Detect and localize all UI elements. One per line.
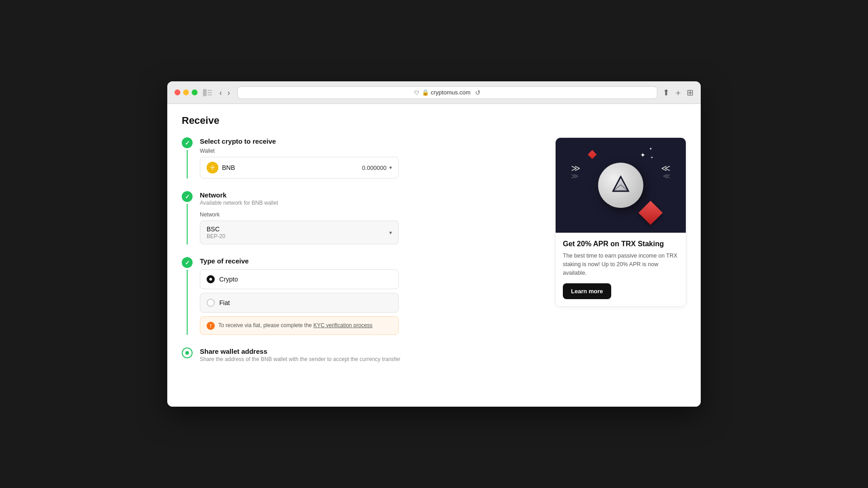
- browser-window: ‹ › 🛡 🔒 cryptomus.com ↺ ⬆ ＋ ⊞ Receive ✓: [167, 81, 701, 407]
- network-sub: BEP-20: [207, 233, 225, 239]
- step-3-content: Type of receive Crypto Fiat !: [200, 257, 541, 335]
- forward-button[interactable]: ›: [226, 88, 232, 98]
- step-1: ✓ Select crypto to receive Wallet: [182, 137, 541, 178]
- page-title: Receive: [182, 115, 686, 127]
- left-panel: ✓ Select crypto to receive Wallet: [182, 137, 541, 380]
- page-content: Receive ✓ Select crypto to receive Walle…: [167, 104, 701, 407]
- new-tab-icon[interactable]: ＋: [674, 89, 682, 97]
- promo-description: The best time to earn passive income on …: [563, 252, 679, 277]
- step-4-content: Share wallet address Share the address o…: [200, 347, 541, 368]
- bnb-icon: [207, 162, 218, 174]
- network-selector[interactable]: BSC BEP-20 ▾: [200, 221, 399, 244]
- step-3-indicator: ✓: [182, 257, 193, 335]
- reload-icon[interactable]: ↺: [475, 89, 481, 96]
- step-2-indicator: ✓: [182, 191, 193, 244]
- step-3-line: [187, 270, 188, 335]
- wallet-selector[interactable]: BNB 0.000000 ▾: [200, 157, 399, 178]
- network-chevron-icon: ▾: [389, 230, 392, 236]
- promo-image: ≫ ≫ ≫ ≫ ✦ ✦ ✦: [556, 138, 686, 233]
- step-1-content: Select crypto to receive Wallet: [200, 137, 541, 178]
- step-3: ✓ Type of receive Crypto Fiat: [182, 257, 541, 335]
- address-bar[interactable]: 🛡 🔒 cryptomus.com ↺: [237, 86, 657, 99]
- svg-rect-3: [208, 94, 212, 95]
- step-2-content: Network Available network for BNB wallet…: [200, 191, 541, 244]
- wallet-field-label: Wallet: [200, 148, 541, 154]
- promo-card: ≫ ≫ ≫ ≫ ✦ ✦ ✦: [555, 137, 686, 307]
- fiat-option[interactable]: Fiat: [200, 293, 399, 313]
- svg-rect-1: [208, 90, 212, 91]
- wallet-info: BNB: [207, 162, 235, 174]
- back-button[interactable]: ‹: [217, 88, 224, 98]
- right-panel: ≫ ≫ ≫ ≫ ✦ ✦ ✦: [555, 137, 686, 307]
- warning-text: To receive via fiat, please complete the…: [218, 321, 373, 329]
- step-3-check: ✓: [182, 257, 193, 268]
- fiat-radio: [207, 299, 215, 307]
- crypto-label: Crypto: [219, 276, 238, 283]
- promo-body: Get 20% APR on TRX Staking The best time…: [556, 233, 686, 306]
- network-info: BSC BEP-20: [207, 225, 225, 239]
- security-icon: 🛡: [414, 90, 419, 95]
- toolbar-icons: ⬆ ＋ ⊞: [663, 89, 693, 97]
- learn-more-button[interactable]: Learn more: [563, 283, 611, 299]
- close-button[interactable]: [175, 89, 180, 95]
- sidebar-toggle[interactable]: [203, 89, 212, 96]
- wallet-chevron-icon: ▾: [389, 164, 392, 171]
- step-2-title: Network: [200, 191, 541, 199]
- fiat-label: Fiat: [219, 299, 230, 306]
- svg-point-5: [185, 351, 189, 355]
- step-4-subtitle: Share the address of the BNB wallet with…: [200, 356, 541, 362]
- share-icon[interactable]: ⬆: [663, 89, 670, 97]
- crypto-radio: [207, 275, 215, 283]
- step-4-title: Share wallet address: [200, 347, 541, 355]
- network-main: BSC: [207, 225, 225, 233]
- svg-rect-0: [203, 89, 207, 96]
- url-text: 🔒 cryptomus.com: [422, 89, 471, 96]
- step-2-check: ✓: [182, 191, 193, 202]
- step-1-line: [187, 150, 188, 178]
- minimize-button[interactable]: [183, 89, 189, 95]
- main-layout: ✓ Select crypto to receive Wallet: [182, 137, 686, 380]
- promo-title: Get 20% APR on TRX Staking: [563, 240, 679, 248]
- nav-buttons: ‹ ›: [217, 88, 232, 98]
- browser-chrome: ‹ › 🛡 🔒 cryptomus.com ↺ ⬆ ＋ ⊞: [167, 81, 701, 104]
- kyc-link[interactable]: KYC verification process: [313, 322, 373, 328]
- svg-rect-2: [208, 92, 212, 93]
- warning-icon: !: [207, 322, 215, 330]
- step-1-indicator: ✓: [182, 137, 193, 178]
- wallet-name: BNB: [222, 164, 235, 171]
- grid-icon[interactable]: ⊞: [687, 89, 693, 97]
- step-1-check: ✓: [182, 137, 193, 148]
- wallet-balance: 0.000000 ▾: [362, 164, 392, 171]
- maximize-button[interactable]: [192, 89, 198, 95]
- step-2-subtitle: Available network for BNB wallet: [200, 200, 541, 206]
- kyc-warning: ! To receive via fiat, please complete t…: [200, 316, 399, 335]
- network-field-label: Network: [200, 211, 541, 218]
- traffic-lights: [175, 89, 198, 95]
- step-4: Share wallet address Share the address o…: [182, 347, 541, 368]
- step-4-indicator: [182, 347, 193, 368]
- step-2-line: [187, 204, 188, 244]
- step-4-icon: [182, 347, 193, 358]
- crypto-option[interactable]: Crypto: [200, 269, 399, 289]
- step-3-title: Type of receive: [200, 257, 541, 265]
- step-1-title: Select crypto to receive: [200, 137, 541, 145]
- step-2: ✓ Network Available network for BNB wall…: [182, 191, 541, 244]
